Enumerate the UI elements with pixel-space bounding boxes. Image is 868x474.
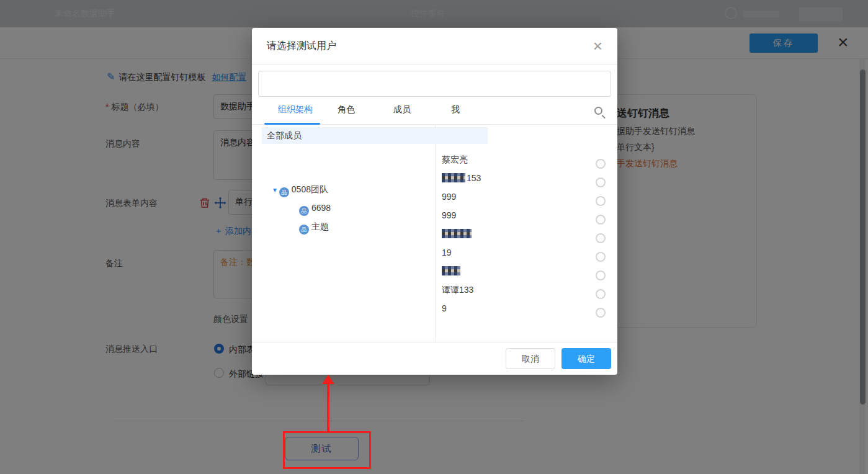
member-radio[interactable]: [596, 215, 606, 225]
org-icon: 品: [299, 225, 309, 235]
member-radio[interactable]: [596, 177, 606, 187]
user-search-input[interactable]: [258, 71, 611, 97]
member-row[interactable]: 153: [442, 173, 611, 192]
dialog-footer: 取消 确定: [252, 342, 617, 375]
member-radio[interactable]: [596, 233, 606, 243]
member-name: 999: [442, 210, 456, 220]
member-name: 9: [442, 303, 447, 313]
tree-item-child[interactable]: 品 主题: [299, 221, 329, 235]
dialog-tabs: 组织架构 角色 成员 我: [252, 97, 617, 125]
org-icon: 品: [279, 187, 289, 197]
member-name: 19: [442, 248, 452, 257]
member-radio[interactable]: [596, 308, 606, 318]
member-row[interactable]: 谭谭133: [442, 285, 611, 303]
censored-name-block: [442, 173, 465, 182]
censored-name-block: [442, 266, 460, 275]
member-name: 蔡宏亮: [442, 154, 468, 164]
member-row[interactable]: 蔡宏亮: [442, 154, 611, 173]
member-row[interactable]: [442, 266, 611, 285]
member-row[interactable]: 9: [442, 303, 611, 322]
tab-org-structure[interactable]: 组织架构: [267, 104, 323, 115]
cancel-button[interactable]: 取消: [506, 348, 555, 369]
tree-item-all-members[interactable]: 全部成员: [267, 130, 302, 141]
member-name: 999: [442, 192, 456, 202]
dialog-header: 请选择测试用户 ×: [252, 28, 617, 65]
tree-item-child[interactable]: 品 6698: [299, 203, 331, 216]
member-name: 153: [467, 173, 481, 183]
member-radio[interactable]: [596, 196, 606, 206]
panel-divider: [435, 125, 436, 342]
member-row[interactable]: 19: [442, 248, 611, 266]
member-radio[interactable]: [596, 159, 606, 169]
member-row[interactable]: 999: [442, 192, 611, 210]
member-radio[interactable]: [596, 252, 606, 262]
confirm-button[interactable]: 确定: [562, 348, 611, 369]
member-radio[interactable]: [596, 289, 606, 299]
select-test-user-dialog: 请选择测试用户 × 组织架构 角色 成员 我 全部成员 ▾ 品 0508团队 品…: [252, 28, 617, 375]
caret-down-icon[interactable]: ▾: [273, 186, 277, 194]
tree-item-root[interactable]: ▾ 品 0508团队: [273, 184, 328, 197]
org-icon: 品: [299, 206, 309, 216]
member-radio[interactable]: [596, 271, 606, 280]
tree-item-label[interactable]: 0508团队: [292, 184, 328, 194]
tab-me[interactable]: 我: [431, 104, 480, 115]
search-icon[interactable]: [594, 107, 602, 115]
censored-name-block: [442, 229, 472, 238]
tab-role[interactable]: 角色: [321, 104, 371, 115]
member-name: 谭谭133: [442, 285, 473, 295]
tab-member[interactable]: 成员: [377, 104, 427, 115]
dialog-title: 请选择测试用户: [267, 40, 336, 53]
dialog-close-icon[interactable]: ×: [593, 37, 602, 55]
tree-item-label[interactable]: 主题: [311, 221, 329, 231]
tree-item-label[interactable]: 6698: [311, 203, 331, 213]
dialog-body: 全部成员 ▾ 品 0508团队 品 6698 品 主题 蔡宏亮 153 999 …: [252, 125, 617, 342]
member-row[interactable]: [442, 229, 611, 248]
member-row[interactable]: 999: [442, 210, 611, 229]
